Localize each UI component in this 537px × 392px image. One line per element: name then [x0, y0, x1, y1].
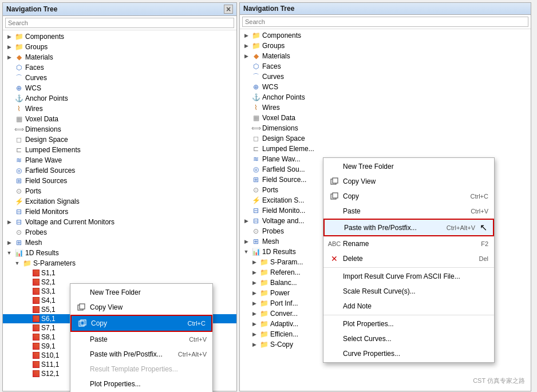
cm-copy-view[interactable]: Copy View [70, 300, 212, 315]
item-label: WCS [262, 83, 278, 91]
tree-item-s11[interactable]: S1,1 [3, 268, 236, 278]
left-panel-close-button[interactable]: × [224, 5, 233, 14]
tree-item-plane-wave[interactable]: ≋ Plane Wave [3, 155, 236, 165]
tree-item-voxel[interactable]: ▦ Voxel Data [3, 114, 236, 124]
item-label: Faces [262, 62, 281, 70]
cm-label: Paste with Pre/Postfix... [344, 224, 417, 232]
tree-item-wcs[interactable]: ⊕ WCS [3, 83, 236, 93]
tree-item-groups[interactable]: ▶ 📁 Groups [3, 42, 236, 52]
cm-shortcut: F2 [469, 240, 488, 247]
cm-import-result[interactable]: Import Result Curve From ASCII File... [323, 269, 494, 284]
cm-shortcut: Ctrl+V [177, 336, 207, 343]
cursor-indicator: ↖ [480, 222, 487, 233]
expand-icon [5, 115, 13, 123]
tree-item-wires[interactable]: ⌇ Wires [240, 102, 531, 113]
cm-new-tree-folder[interactable]: New Tree Folder [323, 159, 494, 174]
expand-icon [23, 306, 31, 314]
svg-rect-1 [80, 304, 85, 309]
item-label: Curves [262, 73, 284, 81]
tree-item-materials[interactable]: ▶ ◆ Materials [240, 51, 531, 61]
expand-icon [242, 186, 250, 194]
cm-add-note[interactable]: Add Note [323, 299, 494, 314]
cm-paste[interactable]: Paste Ctrl+V [70, 332, 212, 347]
tree-item-field-monitors[interactable]: ⊟ Field Monitors [3, 207, 236, 217]
cm-shortcut: Ctrl+V [459, 208, 488, 215]
tree-item-excitation[interactable]: ⚡ Excitation Signals [3, 196, 236, 207]
tree-item-anchor-points[interactable]: ⚓ Anchor Points [3, 93, 236, 104]
cm-plot-properties[interactable]: Plot Properties... [70, 377, 212, 391]
cm-paste-prepostfix[interactable]: Paste with Pre/Postfix... Ctrl+Alt+V [70, 347, 212, 362]
tree-item-design-space[interactable]: ◻ Design Space [3, 134, 236, 145]
tree-item-components[interactable]: ▶ 📁 Components [3, 31, 236, 42]
tree-item-probes[interactable]: ⊙ Probes [3, 227, 236, 237]
tree-item-wcs[interactable]: ⊕ WCS [240, 82, 531, 92]
lumped-icon: ⊏ [251, 144, 260, 153]
tree-item-ports[interactable]: ⊙ Ports [3, 186, 236, 196]
copy-icon [77, 318, 88, 328]
cm-select-curves[interactable]: Select Curves... [323, 331, 494, 346]
tree-item-curves[interactable]: ⌒ Curves [3, 73, 236, 83]
farfield-icon: ◎ [14, 166, 23, 175]
item-label: S4,1 [41, 296, 56, 304]
cm-copy[interactable]: Copy Ctrl+C [323, 189, 494, 204]
cm-new-tree-folder[interactable]: New Tree Folder [70, 285, 212, 300]
cm-copy-view[interactable]: Copy View [323, 174, 494, 189]
expand-icon: ▼ [242, 248, 250, 256]
curves-icon: ⌒ [14, 73, 23, 82]
tree-item-lumped[interactable]: ⊏ Lumped Eleme... [240, 144, 531, 154]
tree-item-anchor-points[interactable]: ⚓ Anchor Points [240, 92, 531, 102]
cm-paste-prepostfix[interactable]: Paste with Pre/Postfix... Ctrl+Alt+V ↖ [323, 219, 494, 236]
monitors-icon: ⊟ [251, 206, 260, 215]
tree-item-faces[interactable]: ⬡ Faces [3, 62, 236, 73]
field-sources-icon: ⊞ [14, 176, 23, 185]
power-icon: 📁 [259, 288, 268, 298]
tree-item-dimensions[interactable]: ⟺ Dimensions [240, 123, 531, 133]
item-label: S-Parameters [33, 259, 76, 267]
tree-item-faces[interactable]: ⬡ Faces [240, 61, 531, 72]
excitation-icon: ⚡ [251, 196, 260, 205]
cm-curve-properties[interactable]: Curve Properties... [323, 346, 494, 361]
paste-icon [76, 334, 86, 345]
cm-copy[interactable]: Copy Ctrl+C [70, 315, 212, 332]
faces-icon: ⬡ [251, 62, 260, 71]
tree-item-voxel[interactable]: ▦ Voxel Data [240, 113, 531, 123]
tree-item-curves[interactable]: ⌒ Curves [240, 72, 531, 82]
tree-item-wires[interactable]: ⌇ Wires [3, 104, 236, 114]
voxel-icon: ▦ [14, 114, 23, 124]
item-label: Probes [262, 227, 284, 235]
tree-item-design-space[interactable]: ◻ Design Space [240, 133, 531, 144]
tree-item-materials[interactable]: ▶ ◆ Materials [3, 52, 236, 62]
tree-item-farfield[interactable]: ◎ Farfield Sources [3, 165, 236, 176]
cm-rename[interactable]: ABC Rename F2 [323, 236, 494, 251]
left-search-input[interactable] [5, 18, 234, 28]
cm-separator-1 [323, 267, 494, 268]
cm-paste[interactable]: Paste Ctrl+V [323, 204, 494, 219]
right-search-input[interactable] [242, 17, 528, 27]
item-label: Probes [25, 228, 47, 236]
item-label: S1,1 [41, 269, 56, 277]
mesh-icon: ⊞ [251, 237, 260, 246]
tree-item-voltage-current[interactable]: ▶ ⊟ Voltage and Current Monitors [3, 217, 236, 227]
sparams-icon: 📁 [22, 259, 31, 268]
expand-icon [242, 104, 250, 112]
expand-icon: ▶ [242, 31, 250, 39]
new-folder-icon [329, 161, 339, 172]
expand-icon: ▶ [5, 218, 13, 226]
svg-rect-3 [81, 320, 86, 325]
tree-item-groups[interactable]: ▶ 📁 Groups [240, 41, 531, 51]
tree-item-lumped[interactable]: ⊏ Lumped Elements [3, 145, 236, 155]
cm-label: New Tree Folder [90, 288, 141, 296]
item-label: Port Inf... [270, 299, 298, 307]
expand-icon [23, 351, 31, 359]
cm-delete[interactable]: ✕ Delete Del [323, 251, 494, 266]
tree-item-1d-results[interactable]: ▼ 📊 1D Results [3, 248, 236, 258]
cm-scale-result[interactable]: Scale Result Curve(s)... [323, 284, 494, 299]
cm-plot-properties[interactable]: Plot Properties... [323, 316, 494, 331]
tree-item-field-sources[interactable]: ⊞ Field Sources [3, 176, 236, 186]
expand-icon: ▶ [250, 268, 258, 276]
tree-item-components[interactable]: ▶ 📁 Components [240, 30, 531, 41]
results-icon: 📊 [251, 247, 260, 256]
tree-item-mesh[interactable]: ▶ ⊞ Mesh [3, 237, 236, 248]
tree-item-dimensions[interactable]: ⟺ Dimensions [3, 124, 236, 134]
tree-item-s-parameters[interactable]: ▼ 📁 S-Parameters [3, 258, 236, 268]
